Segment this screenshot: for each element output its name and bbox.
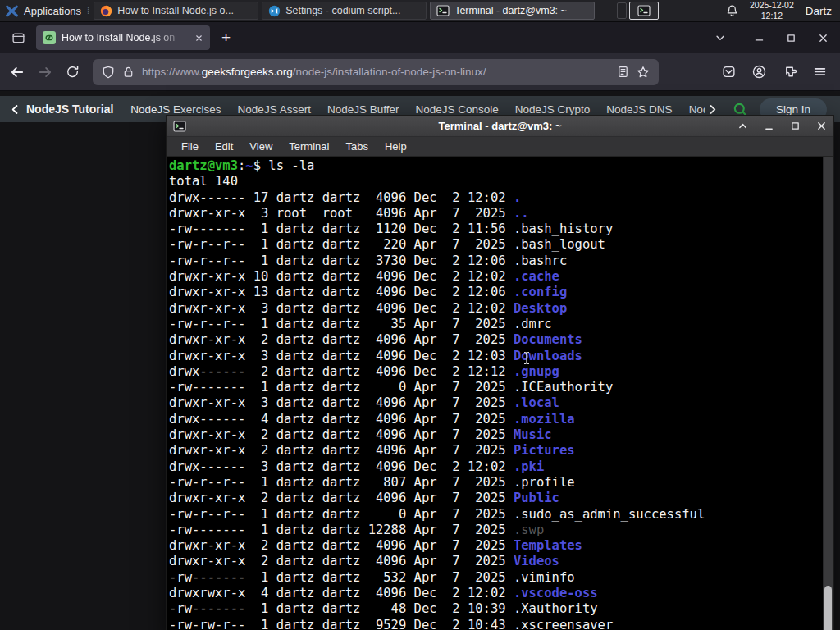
desktop-screen: Applications ⁞ How to Install Node.js o.… — [0, 0, 840, 630]
user-menu[interactable]: Dartz — [806, 5, 832, 17]
scrollbar-thumb[interactable] — [824, 586, 832, 630]
terminal-menu-terminal[interactable]: Terminal — [281, 139, 337, 154]
extensions-icon[interactable] — [783, 65, 797, 79]
terminal-minimize-button[interactable] — [764, 121, 774, 131]
terminal-line: drwxr-xr-x 2 dartz dartz 4096 Apr 7 2025… — [169, 443, 820, 459]
terminal-text-segment: .pki — [514, 459, 544, 474]
terminal-text-segment: ~ — [245, 158, 253, 173]
terminal-text-segment: drwxr-xr-x 2 dartz dartz 4096 Apr 7 2025 — [169, 538, 514, 553]
terminal-line: -rw-r--r-- 1 dartz dartz 807 Apr 7 2025 … — [169, 475, 820, 491]
workspace-cell-active[interactable] — [629, 2, 659, 20]
reader-view-icon[interactable] — [617, 66, 629, 78]
terminal-window: Terminal - dartz@vm3: ~ FileEditViewTerm… — [166, 115, 834, 630]
terminal-line: -rw------- 1 dartz dartz 1120 Dec 2 11:5… — [169, 221, 820, 237]
tracking-shield-icon[interactable] — [102, 66, 115, 79]
nav-scroll-right-icon[interactable] — [707, 103, 718, 116]
terminal-icon — [436, 5, 450, 16]
terminal-menu-file[interactable]: File — [173, 139, 207, 154]
terminal-menu-help[interactable]: Help — [377, 139, 415, 154]
firefox-view-button[interactable] — [7, 26, 30, 49]
terminal-text-segment: drwxrwxr-x 4 dartz dartz 4096 Dec 2 12:0… — [169, 586, 514, 600]
pocket-save-icon[interactable] — [722, 65, 736, 79]
taskbar-button-label: Settings - codium script... — [285, 5, 400, 16]
gfg-nav-link[interactable]: Node — [689, 103, 705, 116]
terminal-line: drwxr-xr-x 10 dartz dartz 4096 Dec 2 12:… — [169, 269, 820, 285]
back-button[interactable] — [10, 65, 25, 80]
toolbar-right-icons — [722, 65, 830, 79]
terminal-text-segment: drwxr-xr-x 2 dartz dartz 4096 Apr 7 2025 — [169, 443, 514, 458]
taskbar-button[interactable]: Terminal - dartz@vm3: ~ — [430, 2, 595, 20]
panel-right-cluster: 2025-12-02 12:12 Dartz — [617, 0, 840, 21]
window-close-button[interactable] — [818, 33, 829, 43]
terminal-close-button[interactable] — [816, 121, 827, 131]
new-tab-button[interactable]: + — [217, 29, 235, 47]
terminal-text-segment: -rw------- 1 dartz dartz 12288 Apr 7 202… — [169, 523, 514, 537]
terminal-line: drwx------ 17 dartz dartz 4096 Dec 2 12:… — [169, 190, 820, 206]
panel-clock[interactable]: 2025-12-02 12:12 — [750, 0, 794, 21]
terminal-text-segment: -rw------- 1 dartz dartz 48 Dec 2 10:39 … — [169, 601, 598, 616]
terminal-line: drwxr-xr-x 13 dartz dartz 4096 Dec 2 12:… — [169, 285, 820, 300]
url-bar[interactable]: https://www.geeksforgeeks.org/node-js/in… — [93, 59, 659, 85]
gfg-nav-links: NodeJS ExercisesNodeJS AssertNodeJS Buff… — [122, 103, 705, 116]
https-lock-icon[interactable] — [122, 66, 135, 78]
terminal-text-segment: Music — [514, 427, 552, 442]
gfg-nav-link[interactable]: NodeJS Assert — [238, 103, 311, 116]
terminal-text-segment: drwxr-xr-x 2 dartz dartz 4096 Apr 7 2025 — [169, 332, 514, 347]
terminal-text-segment: drwx------ 4 dartz dartz 4096 Apr 7 2025 — [169, 412, 514, 427]
nav-current-item[interactable]: NodeJS Tutorial — [26, 103, 113, 116]
terminal-text-segment: -rw------- 1 dartz dartz 532 Apr 7 2025 … — [169, 570, 575, 585]
terminal-scrollbar[interactable] — [823, 157, 833, 630]
terminal-line: drwxr-xr-x 2 dartz dartz 4096 Apr 7 2025… — [169, 427, 820, 443]
terminal-menu-edit[interactable]: Edit — [207, 139, 241, 154]
clock-time: 12:12 — [750, 11, 794, 21]
reload-button[interactable] — [66, 65, 80, 79]
gfg-nav-link[interactable]: NodeJS Console — [415, 103, 498, 116]
notification-bell-icon[interactable] — [726, 4, 738, 17]
terminal-text-segment: -rw-r--r-- 1 dartz dartz 3730 Dec 2 12:0… — [169, 253, 567, 268]
gfg-nav-link[interactable]: NodeJS Buffer — [327, 103, 399, 116]
app-menu-icon[interactable] — [813, 65, 827, 79]
bookmark-star-icon[interactable] — [637, 66, 650, 79]
url-text: https://www.geeksforgeeks.org/node-js/in… — [142, 66, 609, 78]
terminal-text-segment: .swp — [514, 523, 544, 537]
terminal-shade-button[interactable] — [737, 121, 748, 131]
terminal-text-segment: total 140 — [169, 174, 238, 189]
workspace-pager[interactable] — [617, 2, 659, 20]
account-icon[interactable] — [752, 65, 766, 79]
terminal-line: -rw-rw-r-- 1 dartz dartz 9529 Dec 2 10:4… — [169, 618, 820, 630]
gfg-nav-link[interactable]: NodeJS DNS — [606, 103, 672, 116]
terminal-line: -rw------- 1 dartz dartz 0 Apr 7 2025 .I… — [169, 380, 820, 395]
top-panel: Applications ⁞ How to Install Node.js o.… — [0, 0, 840, 22]
terminal-maximize-button[interactable] — [790, 121, 801, 131]
taskbar-button[interactable]: How to Install Node.js o... — [94, 2, 258, 20]
terminal-text-segment: Public — [514, 491, 559, 505]
tab-close-icon[interactable] — [194, 34, 203, 43]
gfg-nav-link[interactable]: NodeJS Exercises — [130, 103, 221, 116]
taskbar-button[interactable]: Settings - codium script... — [262, 2, 427, 20]
firefox-icon — [100, 5, 112, 17]
browser-tab[interactable]: How to Install Node.js on — [36, 25, 210, 50]
applications-label: Applications — [24, 5, 81, 17]
list-all-tabs-button[interactable] — [714, 32, 726, 43]
taskbar-button-label: Terminal - dartz@vm3: ~ — [454, 5, 567, 16]
nav-scroll-left-icon[interactable] — [10, 103, 21, 116]
terminal-line: -rw------- 1 dartz dartz 12288 Apr 7 202… — [169, 523, 820, 538]
gfg-nav-link[interactable]: NodeJS Crypto — [515, 103, 591, 116]
workspace-cell-empty[interactable] — [617, 2, 627, 19]
window-maximize-button[interactable] — [786, 33, 797, 43]
terminal-menu-tabs[interactable]: Tabs — [337, 139, 376, 154]
terminal-output[interactable]: dartz@vm3:~$ ls -latotal 140drwx------ 1… — [167, 157, 833, 630]
terminal-line: drwxr-xr-x 3 dartz dartz 4096 Apr 7 2025… — [169, 395, 820, 411]
terminal-text-segment: drwxr-xr-x 3 dartz dartz 4096 Apr 7 2025 — [169, 395, 514, 410]
terminal-text-segment: .local — [514, 395, 559, 410]
forward-button[interactable] — [38, 65, 52, 80]
terminal-menu-view[interactable]: View — [241, 139, 281, 154]
terminal-text-segment: Pictures — [514, 443, 575, 458]
window-minimize-button[interactable] — [754, 33, 765, 43]
terminal-line: -rw-r--r-- 1 dartz dartz 0 Apr 7 2025 .s… — [169, 507, 820, 523]
applications-menu-button[interactable]: Applications — [0, 0, 87, 21]
terminal-text-segment: drwxr-xr-x 10 dartz dartz 4096 Dec 2 12:… — [169, 269, 514, 284]
terminal-text-segment: drwxr-xr-x 13 dartz dartz 4096 Dec 2 12:… — [169, 285, 514, 299]
terminal-text-segment: drwxr-xr-x 3 dartz dartz 4096 Dec 2 12:0… — [169, 301, 514, 316]
terminal-titlebar[interactable]: Terminal - dartz@vm3: ~ — [167, 116, 833, 137]
